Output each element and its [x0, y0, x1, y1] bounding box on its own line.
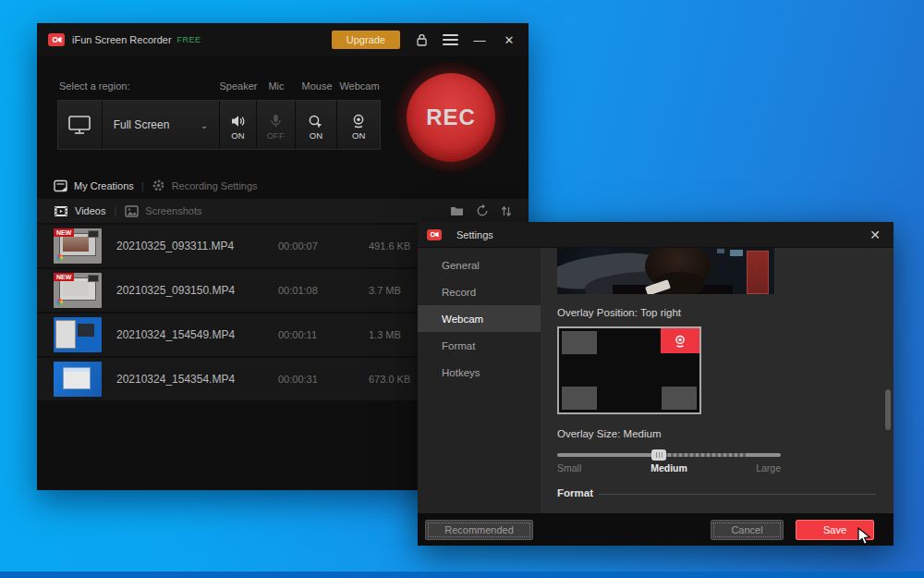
capture-controls: Full Screen ⌄ ON OFF ON ON: [57, 100, 381, 150]
mouse-click-icon: [308, 114, 323, 129]
file-size: 491.6 KB: [369, 240, 410, 252]
file-name: 20210325_093150.MP4: [116, 284, 278, 297]
file-size: 1.3 MB: [369, 329, 401, 340]
mouse-toggle[interactable]: ON: [296, 101, 338, 149]
settings-content: Overlay Position: Top right Overlay Size…: [541, 248, 894, 513]
rec-label: REC: [426, 105, 476, 130]
file-size: 3.7 MB: [369, 285, 401, 296]
region-label: Select a region:: [59, 80, 129, 92]
sidebar-item-webcam[interactable]: Webcam: [418, 305, 541, 332]
refresh-icon[interactable]: [476, 204, 489, 217]
nav-row: My Creations | Recording Settings: [37, 174, 529, 197]
sort-icon[interactable]: [501, 205, 512, 217]
save-button[interactable]: Save: [796, 520, 874, 540]
format-section-header: Format: [557, 487, 593, 498]
file-size: 673.0 KB: [369, 374, 410, 385]
speaker-toggle[interactable]: ON: [220, 101, 257, 149]
position-top-right-selected[interactable]: [661, 328, 699, 353]
settings-scrollbar[interactable]: [885, 389, 891, 430]
webcam-icon: [351, 114, 366, 129]
cancel-button[interactable]: Cancel: [711, 520, 784, 540]
settings-dialog: Settings ✕ General Record Webcam Format …: [418, 222, 894, 546]
mic-state: OFF: [267, 130, 285, 141]
open-folder-icon[interactable]: [450, 205, 464, 216]
position-bottom-left[interactable]: [562, 387, 597, 410]
minimize-button[interactable]: —: [471, 31, 488, 48]
settings-close-button[interactable]: ✕: [866, 226, 884, 244]
sidebar-item-format[interactable]: Format: [418, 332, 541, 359]
speaker-icon: [230, 114, 246, 129]
region-dropdown[interactable]: Full Screen ⌄: [103, 101, 220, 149]
mouse-state: ON: [310, 130, 322, 141]
mic-toggle[interactable]: OFF: [257, 101, 296, 149]
region-selected-value: Full Screen: [114, 118, 170, 131]
my-creations-label: My Creations: [74, 180, 134, 191]
tab-screenshots[interactable]: Screenshots: [125, 205, 201, 217]
tab-recording-settings[interactable]: Recording Settings: [152, 178, 258, 192]
settings-title: Settings: [456, 229, 493, 240]
nav-divider: |: [141, 180, 144, 191]
menu-icon[interactable]: [443, 34, 458, 45]
app-logo-icon: [427, 229, 442, 240]
webcam-icon: [674, 335, 687, 348]
recording-settings-label: Recording Settings: [172, 180, 258, 191]
main-titlebar: iFun Screen Recorder FREE Upgrade — ✕: [37, 23, 529, 56]
file-name: 20210325_093311.MP4: [116, 240, 278, 252]
slider-label-medium: Medium: [557, 462, 781, 473]
webcam-toggle[interactable]: ON: [337, 101, 380, 149]
file-name: 20210324_154354.MP4: [116, 373, 278, 386]
mic-icon: [269, 114, 283, 129]
settings-footer: Recommended Cancel Save: [418, 513, 894, 546]
file-duration: 00:00:11: [278, 329, 343, 340]
new-badge: NEW: [54, 273, 74, 281]
videos-label: Videos: [75, 205, 105, 216]
webcam-label: Webcam: [334, 80, 384, 92]
tab-videos[interactable]: Videos: [54, 205, 105, 217]
sidebar-item-general[interactable]: General: [418, 252, 541, 278]
record-button[interactable]: REC: [396, 63, 505, 172]
upgrade-button[interactable]: Upgrade: [332, 31, 400, 49]
new-badge: NEW: [54, 228, 74, 237]
videos-icon: [54, 205, 68, 217]
overlay-size-label: Overlay Size: Medium: [557, 428, 661, 439]
slider-labels: Small Medium Large: [557, 462, 781, 473]
slider-handle[interactable]: [651, 449, 666, 461]
sidebar-item-hotkeys[interactable]: Hotkeys: [418, 359, 541, 386]
app-logo-icon: [48, 33, 65, 46]
overlay-position-label: Overlay Position: Top right: [557, 307, 681, 318]
file-duration: 00:00:31: [278, 374, 343, 385]
speaker-state: ON: [231, 130, 244, 141]
display-select-button[interactable]: [58, 101, 103, 149]
video-thumbnail: [54, 362, 102, 397]
creations-icon: [54, 179, 67, 192]
close-button[interactable]: ✕: [501, 31, 517, 48]
recommended-button[interactable]: Recommended: [425, 520, 533, 540]
video-thumbnail: NEW: [54, 228, 102, 264]
file-name: 20210324_154549.MP4: [116, 328, 278, 341]
license-badge: FREE: [177, 35, 201, 44]
video-thumbnail: [54, 317, 102, 352]
sidebar-item-record[interactable]: Record: [418, 278, 541, 305]
screenshots-icon: [125, 205, 139, 217]
overlay-size-slider[interactable]: [557, 449, 781, 461]
position-bottom-right[interactable]: [662, 387, 697, 410]
lock-icon[interactable]: [413, 31, 430, 48]
settings-titlebar: Settings ✕: [418, 222, 894, 248]
library-bar: Videos | Screenshots: [37, 199, 529, 223]
webcam-state: ON: [352, 130, 365, 141]
gear-icon: [152, 178, 165, 192]
window-title: iFun Screen Recorder: [72, 34, 172, 45]
chevron-down-icon: ⌄: [201, 120, 208, 130]
overlay-position-selector: [557, 326, 701, 414]
webcam-preview: [557, 248, 774, 294]
desktop: iFun Screen Recorder FREE Upgrade — ✕ Se…: [0, 0, 924, 578]
position-top-left[interactable]: [562, 331, 597, 354]
tab-my-creations[interactable]: My Creations: [54, 179, 134, 192]
file-duration: 00:01:08: [278, 285, 343, 296]
video-thumbnail: NEW: [54, 273, 102, 308]
format-section-rule: [599, 494, 876, 495]
library-divider: |: [114, 205, 116, 216]
screenshots-label: Screenshots: [145, 205, 201, 216]
slider-track-dots: [665, 453, 748, 457]
file-duration: 00:00:07: [278, 240, 343, 252]
